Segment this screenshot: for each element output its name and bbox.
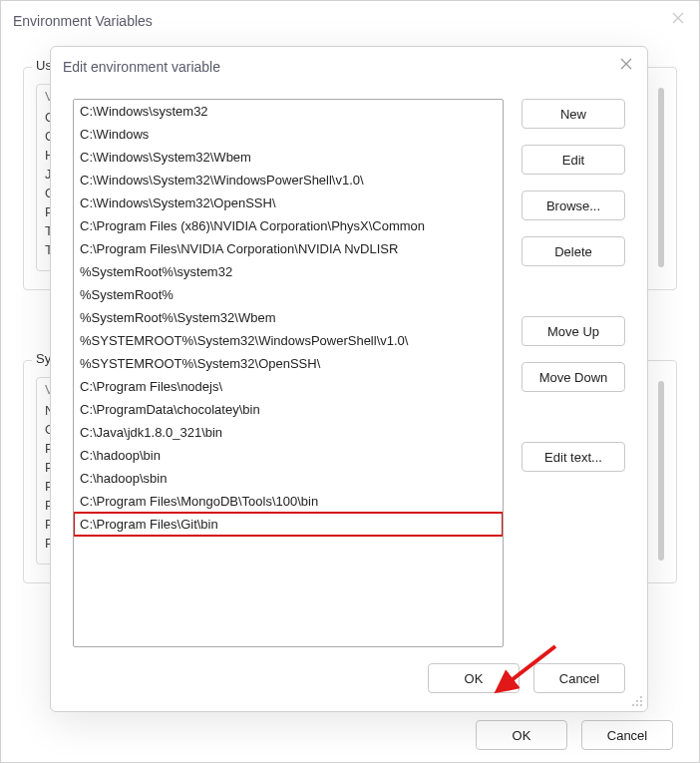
path-entry[interactable]: C:\Program Files\Git\bin [73, 512, 504, 537]
svg-point-4 [636, 704, 638, 706]
path-entry[interactable]: C:\Program Files\MongoDB\Tools\100\bin [74, 490, 503, 513]
path-entry[interactable]: C:\Windows\System32\OpenSSH\ [74, 191, 503, 214]
env-vars-title: Environment Variables [13, 13, 153, 29]
env-vars-titlebar: Environment Variables [1, 1, 699, 41]
move-down-button[interactable]: Move Down [522, 362, 625, 392]
path-listbox[interactable]: C:\Windows\system32C:\WindowsC:\Windows\… [73, 99, 504, 647]
path-entry[interactable]: C:\Program Files\NVIDIA Corporation\NVID… [74, 237, 503, 260]
path-entry[interactable]: %SYSTEMROOT%\System32\OpenSSH\ [74, 352, 503, 375]
edit-env-var-titlebar: Edit environment variable [51, 47, 647, 87]
path-entry[interactable]: C:\Windows\system32 [74, 100, 503, 123]
delete-button[interactable]: Delete [522, 236, 625, 266]
path-entry[interactable]: C:\Windows\System32\Wbem [74, 146, 503, 169]
env-cancel-button[interactable]: Cancel [581, 720, 673, 750]
svg-point-0 [640, 696, 642, 698]
svg-point-2 [640, 700, 642, 702]
path-entry[interactable]: %SystemRoot%\System32\Wbem [74, 306, 503, 329]
edit-button[interactable]: Edit [522, 145, 625, 175]
path-entry[interactable]: C:\Program Files\nodejs\ [74, 375, 503, 398]
move-up-button[interactable]: Move Up [522, 316, 625, 346]
svg-point-5 [640, 704, 642, 706]
close-icon[interactable] [671, 11, 685, 28]
path-entry[interactable]: C:\Java\jdk1.8.0_321\bin [74, 421, 503, 444]
edit-text-button[interactable]: Edit text... [522, 442, 625, 472]
scrollbar[interactable] [658, 88, 664, 267]
path-entry[interactable]: %SystemRoot%\system32 [74, 260, 503, 283]
scrollbar[interactable] [658, 381, 664, 561]
cancel-button[interactable]: Cancel [533, 663, 625, 693]
close-icon[interactable] [619, 57, 633, 74]
path-entry[interactable]: C:\ProgramData\chocolatey\bin [74, 398, 503, 421]
svg-point-3 [632, 704, 634, 706]
new-button[interactable]: New [522, 99, 625, 129]
browse-button[interactable]: Browse... [522, 191, 625, 220]
path-entry[interactable]: C:\hadoop\bin [74, 444, 503, 467]
path-entry[interactable]: C:\Windows\System32\WindowsPowerShell\v1… [74, 169, 503, 191]
edit-env-var-dialog: Edit environment variable C:\Windows\sys… [50, 46, 648, 712]
ok-button[interactable]: OK [428, 663, 520, 693]
edit-env-var-title: Edit environment variable [63, 59, 220, 75]
path-entry[interactable]: %SYSTEMROOT%\System32\WindowsPowerShell\… [74, 329, 503, 352]
svg-point-1 [636, 700, 638, 702]
path-entry[interactable]: %SystemRoot% [74, 283, 503, 306]
env-ok-button[interactable]: OK [476, 720, 567, 750]
path-entry[interactable]: C:\hadoop\sbin [74, 467, 503, 490]
path-entry[interactable]: C:\Program Files (x86)\NVIDIA Corporatio… [74, 214, 503, 237]
path-entry[interactable]: C:\Windows [74, 123, 503, 146]
side-button-column: New Edit Browse... Delete Move Up Move D… [522, 99, 625, 647]
resize-grip-icon[interactable] [629, 693, 643, 707]
